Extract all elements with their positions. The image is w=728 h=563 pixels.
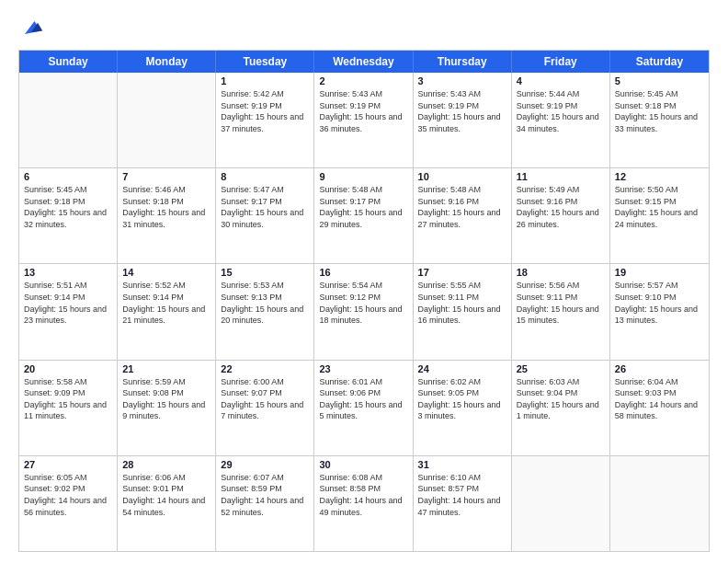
calendar-cell: 5Sunrise: 5:45 AMSunset: 9:18 PMDaylight…: [610, 73, 709, 167]
calendar-cell: 11Sunrise: 5:49 AMSunset: 9:16 PMDayligh…: [512, 168, 610, 263]
calendar-header-row: SundayMondayTuesdayWednesdayThursdayFrid…: [19, 51, 709, 73]
calendar-cell: 17Sunrise: 5:55 AMSunset: 9:11 PMDayligh…: [414, 264, 512, 359]
calendar-cell: [118, 73, 216, 167]
calendar-cell: [512, 456, 610, 551]
day-number: 11: [517, 171, 605, 182]
day-info: Sunrise: 5:46 AMSunset: 9:18 PMDaylight:…: [122, 184, 210, 230]
day-number: 4: [517, 75, 605, 86]
calendar-header-cell: Wednesday: [314, 51, 413, 73]
calendar-cell: 12Sunrise: 5:50 AMSunset: 9:15 PMDayligh…: [610, 168, 709, 263]
day-info: Sunrise: 5:45 AMSunset: 9:18 PMDaylight:…: [24, 184, 112, 230]
day-info: Sunrise: 5:48 AMSunset: 9:17 PMDaylight:…: [319, 184, 407, 230]
calendar-cell: 30Sunrise: 6:08 AMSunset: 8:58 PMDayligh…: [314, 456, 413, 551]
day-info: Sunrise: 6:06 AMSunset: 9:01 PMDaylight:…: [122, 472, 210, 518]
calendar-cell: 18Sunrise: 5:56 AMSunset: 9:11 PMDayligh…: [512, 264, 610, 359]
calendar-cell: 31Sunrise: 6:10 AMSunset: 8:57 PMDayligh…: [414, 456, 512, 551]
calendar-cell: 25Sunrise: 6:03 AMSunset: 9:04 PMDayligh…: [512, 361, 610, 455]
day-number: 15: [221, 267, 309, 278]
calendar-header-cell: Tuesday: [216, 51, 314, 73]
day-number: 7: [122, 171, 210, 182]
calendar-week-row: 6Sunrise: 5:45 AMSunset: 9:18 PMDaylight…: [19, 168, 709, 264]
day-number: 17: [418, 267, 506, 278]
header: [18, 15, 710, 40]
calendar-cell: [610, 456, 709, 551]
day-number: 2: [319, 75, 407, 86]
calendar-cell: [19, 73, 118, 167]
day-info: Sunrise: 5:55 AMSunset: 9:11 PMDaylight:…: [418, 280, 506, 326]
calendar: SundayMondayTuesdayWednesdayThursdayFrid…: [18, 50, 710, 552]
calendar-cell: 15Sunrise: 5:53 AMSunset: 9:13 PMDayligh…: [216, 264, 314, 359]
calendar-cell: 8Sunrise: 5:47 AMSunset: 9:17 PMDaylight…: [216, 168, 314, 263]
calendar-header-cell: Monday: [118, 51, 216, 73]
day-number: 3: [418, 75, 506, 86]
calendar-header-cell: Friday: [512, 51, 610, 73]
calendar-cell: 16Sunrise: 5:54 AMSunset: 9:12 PMDayligh…: [314, 264, 413, 359]
day-number: 8: [221, 171, 309, 182]
day-number: 22: [221, 363, 309, 374]
calendar-week-row: 1Sunrise: 5:42 AMSunset: 9:19 PMDaylight…: [19, 73, 709, 168]
calendar-cell: 7Sunrise: 5:46 AMSunset: 9:18 PMDaylight…: [118, 168, 216, 263]
calendar-cell: 27Sunrise: 6:05 AMSunset: 9:02 PMDayligh…: [19, 456, 118, 551]
calendar-cell: 20Sunrise: 5:58 AMSunset: 9:09 PMDayligh…: [19, 361, 118, 455]
calendar-cell: 23Sunrise: 6:01 AMSunset: 9:06 PMDayligh…: [314, 361, 413, 455]
day-info: Sunrise: 5:49 AMSunset: 9:16 PMDaylight:…: [517, 184, 605, 230]
day-number: 9: [319, 171, 407, 182]
day-info: Sunrise: 5:43 AMSunset: 9:19 PMDaylight:…: [418, 88, 506, 134]
day-number: 10: [418, 171, 506, 182]
day-info: Sunrise: 5:57 AMSunset: 9:10 PMDaylight:…: [615, 280, 704, 326]
calendar-week-row: 13Sunrise: 5:51 AMSunset: 9:14 PMDayligh…: [19, 264, 709, 360]
calendar-cell: 10Sunrise: 5:48 AMSunset: 9:16 PMDayligh…: [414, 168, 512, 263]
day-info: Sunrise: 5:58 AMSunset: 9:09 PMDaylight:…: [24, 376, 112, 422]
day-info: Sunrise: 5:42 AMSunset: 9:19 PMDaylight:…: [221, 88, 309, 134]
day-number: 31: [418, 459, 506, 470]
day-number: 29: [221, 459, 309, 470]
day-info: Sunrise: 6:07 AMSunset: 8:59 PMDaylight:…: [221, 472, 309, 518]
day-info: Sunrise: 5:51 AMSunset: 9:14 PMDaylight:…: [24, 280, 112, 326]
day-number: 5: [615, 75, 704, 86]
calendar-cell: 14Sunrise: 5:52 AMSunset: 9:14 PMDayligh…: [118, 264, 216, 359]
day-number: 24: [418, 363, 506, 374]
calendar-cell: 4Sunrise: 5:44 AMSunset: 9:19 PMDaylight…: [512, 73, 610, 167]
day-number: 19: [615, 267, 704, 278]
day-info: Sunrise: 6:03 AMSunset: 9:04 PMDaylight:…: [517, 376, 605, 422]
day-number: 26: [615, 363, 704, 374]
day-info: Sunrise: 6:05 AMSunset: 9:02 PMDaylight:…: [24, 472, 112, 518]
day-number: 30: [319, 459, 407, 470]
calendar-week-row: 27Sunrise: 6:05 AMSunset: 9:02 PMDayligh…: [19, 456, 709, 551]
day-info: Sunrise: 5:47 AMSunset: 9:17 PMDaylight:…: [221, 184, 309, 230]
calendar-cell: 13Sunrise: 5:51 AMSunset: 9:14 PMDayligh…: [19, 264, 118, 359]
day-info: Sunrise: 5:56 AMSunset: 9:11 PMDaylight:…: [517, 280, 605, 326]
day-info: Sunrise: 5:53 AMSunset: 9:13 PMDaylight:…: [221, 280, 309, 326]
day-number: 27: [24, 459, 112, 470]
day-info: Sunrise: 5:48 AMSunset: 9:16 PMDaylight:…: [418, 184, 506, 230]
calendar-cell: 26Sunrise: 6:04 AMSunset: 9:03 PMDayligh…: [610, 361, 709, 455]
day-info: Sunrise: 5:52 AMSunset: 9:14 PMDaylight:…: [122, 280, 210, 326]
day-number: 25: [517, 363, 605, 374]
day-info: Sunrise: 5:43 AMSunset: 9:19 PMDaylight:…: [319, 88, 407, 134]
calendar-cell: 21Sunrise: 5:59 AMSunset: 9:08 PMDayligh…: [118, 361, 216, 455]
logo-icon: [18, 15, 44, 40]
day-info: Sunrise: 6:08 AMSunset: 8:58 PMDaylight:…: [319, 472, 407, 518]
day-info: Sunrise: 6:02 AMSunset: 9:05 PMDaylight:…: [418, 376, 506, 422]
calendar-cell: 28Sunrise: 6:06 AMSunset: 9:01 PMDayligh…: [118, 456, 216, 551]
calendar-week-row: 20Sunrise: 5:58 AMSunset: 9:09 PMDayligh…: [19, 361, 709, 456]
calendar-cell: 6Sunrise: 5:45 AMSunset: 9:18 PMDaylight…: [19, 168, 118, 263]
calendar-header-cell: Thursday: [414, 51, 512, 73]
day-number: 12: [615, 171, 704, 182]
day-info: Sunrise: 6:04 AMSunset: 9:03 PMDaylight:…: [615, 376, 704, 422]
calendar-cell: 22Sunrise: 6:00 AMSunset: 9:07 PMDayligh…: [216, 361, 314, 455]
day-number: 21: [122, 363, 210, 374]
day-info: Sunrise: 6:00 AMSunset: 9:07 PMDaylight:…: [221, 376, 309, 422]
day-number: 16: [319, 267, 407, 278]
calendar-header-cell: Sunday: [19, 51, 118, 73]
calendar-cell: 19Sunrise: 5:57 AMSunset: 9:10 PMDayligh…: [610, 264, 709, 359]
day-info: Sunrise: 5:54 AMSunset: 9:12 PMDaylight:…: [319, 280, 407, 326]
calendar-cell: 2Sunrise: 5:43 AMSunset: 9:19 PMDaylight…: [314, 73, 413, 167]
day-number: 1: [221, 75, 309, 86]
logo: [18, 15, 48, 40]
day-info: Sunrise: 5:59 AMSunset: 9:08 PMDaylight:…: [122, 376, 210, 422]
calendar-header-cell: Saturday: [610, 51, 709, 73]
day-info: Sunrise: 6:01 AMSunset: 9:06 PMDaylight:…: [319, 376, 407, 422]
day-info: Sunrise: 5:45 AMSunset: 9:18 PMDaylight:…: [615, 88, 704, 134]
day-number: 23: [319, 363, 407, 374]
